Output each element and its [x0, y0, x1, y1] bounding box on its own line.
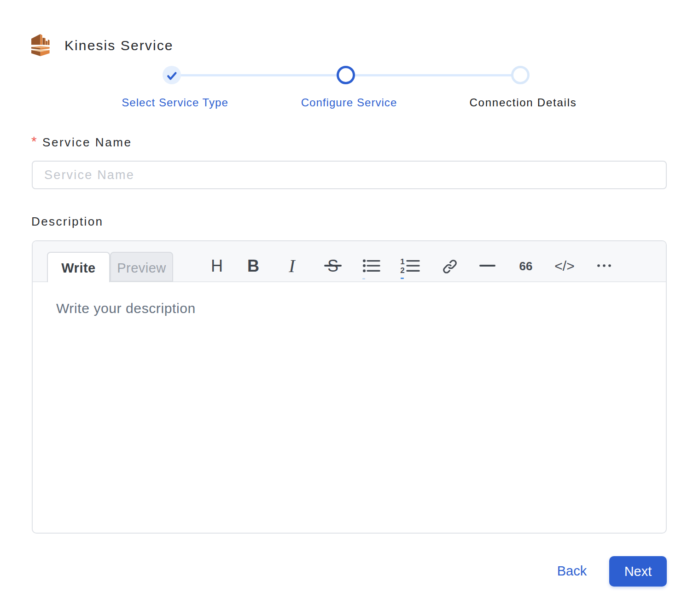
svg-text:2: 2 [400, 266, 404, 275]
svg-text:1: 1 [400, 257, 404, 266]
